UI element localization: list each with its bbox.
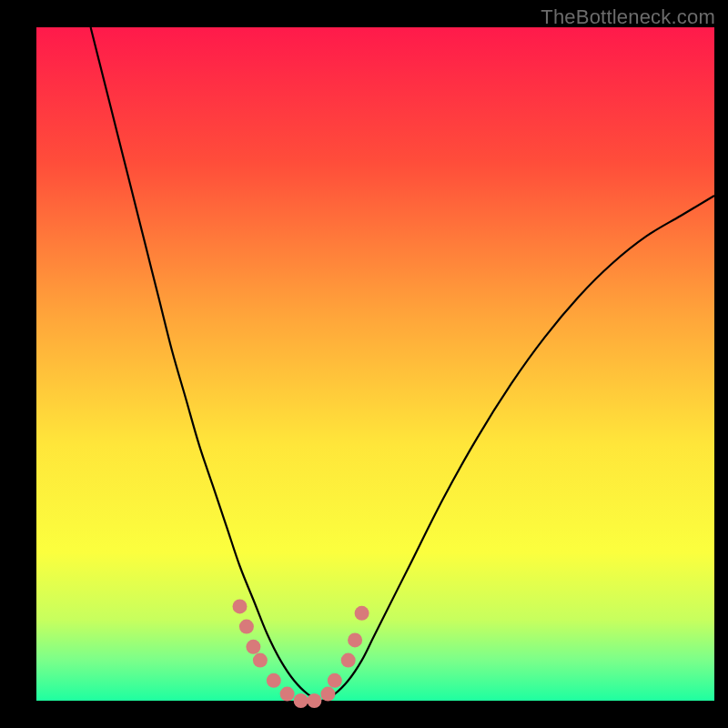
highlight-dot: [246, 640, 260, 654]
highlight-dot: [328, 673, 342, 688]
plot-area: [36, 27, 714, 701]
bottleneck-curve: [91, 27, 714, 701]
curve-layer: [36, 27, 714, 701]
highlight-dot: [320, 687, 335, 702]
outer-frame: TheBottleneck.com: [0, 0, 728, 728]
highlight-dot: [348, 632, 362, 647]
highlight-dot: [233, 599, 248, 613]
highlight-dot: [294, 693, 308, 708]
highlight-dot: [307, 693, 321, 708]
dotted-highlight: [233, 599, 369, 708]
highlight-dot: [280, 687, 295, 702]
highlight-dot: [355, 606, 369, 621]
watermark-text: TheBottleneck.com: [541, 5, 715, 29]
highlight-dot: [239, 620, 254, 634]
highlight-dot: [267, 673, 281, 688]
highlight-dot: [341, 653, 356, 668]
highlight-dot: [253, 653, 268, 668]
